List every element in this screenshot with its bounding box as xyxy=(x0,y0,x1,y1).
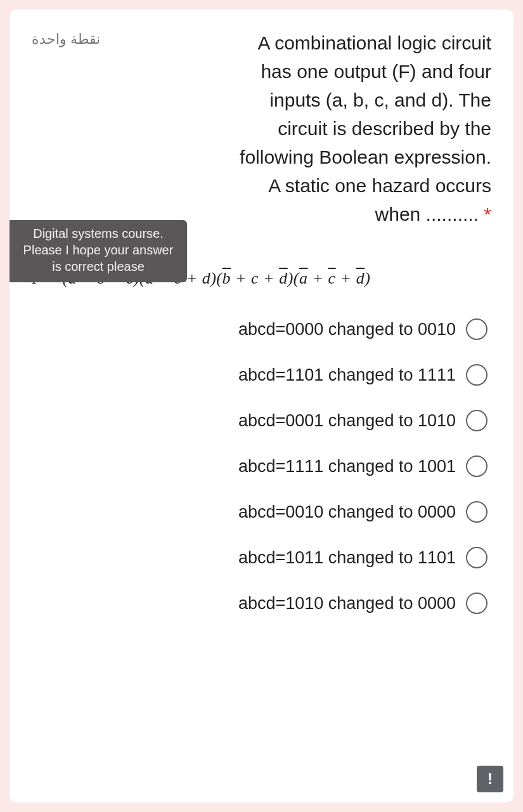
radio-icon[interactable] xyxy=(466,547,487,568)
radio-icon[interactable] xyxy=(466,501,487,523)
option-item[interactable]: abcd=1101 changed to 1111 xyxy=(32,355,491,395)
option-label: abcd=1101 changed to 1111 xyxy=(238,365,456,385)
tooltip-line: Digital systems course. xyxy=(33,226,164,240)
option-label: abcd=1010 changed to 0000 xyxy=(238,594,456,613)
option-item[interactable]: abcd=1010 changed to 0000 xyxy=(32,584,491,623)
option-item[interactable]: abcd=1011 changed to 1101 xyxy=(32,538,491,577)
option-item[interactable]: abcd=0000 changed to 0010 xyxy=(32,310,491,349)
option-label: abcd=0001 changed to 1010 xyxy=(238,411,456,431)
question-header: نقطة واحدة A combinational logic circuit… xyxy=(32,29,491,228)
radio-icon[interactable] xyxy=(466,455,487,477)
option-item[interactable]: abcd=0010 changed to 0000 xyxy=(32,492,491,532)
option-item[interactable]: abcd=1111 changed to 1001 xyxy=(32,447,491,486)
tooltip-note: Digital systems course. Please I hope yo… xyxy=(10,220,187,282)
option-item[interactable]: abcd=0001 changed to 1010 xyxy=(32,401,491,440)
options-list: abcd=0000 changed to 0010 abcd=1101 chan… xyxy=(32,310,491,623)
question-line: following Boolean expression. xyxy=(240,147,491,167)
radio-icon[interactable] xyxy=(466,593,487,614)
points-label: نقطة واحدة xyxy=(32,29,100,48)
question-line-when: when .......... * xyxy=(375,204,491,225)
question-line: circuit is described by the xyxy=(278,118,491,139)
question-text: A combinational logic circuit has one ou… xyxy=(112,29,491,228)
question-card: نقطة واحدة A combinational logic circuit… xyxy=(10,10,513,802)
tooltip-line: is correct please xyxy=(52,259,145,273)
option-label: abcd=0000 changed to 0010 xyxy=(238,320,456,339)
question-line: A combinational logic circuit xyxy=(257,32,491,53)
option-label: abcd=1111 changed to 1001 xyxy=(238,457,456,476)
tooltip-line: Please I hope your answer xyxy=(23,243,174,257)
option-label: abcd=0010 changed to 0000 xyxy=(238,502,456,522)
question-line: inputs (a, b, c, and d). The xyxy=(269,89,491,110)
radio-icon[interactable] xyxy=(466,318,487,340)
required-star: * xyxy=(484,204,491,225)
radio-icon[interactable] xyxy=(466,410,487,431)
alert-icon[interactable]: ! xyxy=(477,766,503,792)
question-line: A static one hazard occurs xyxy=(268,175,491,196)
option-label: abcd=1011 changed to 1101 xyxy=(238,548,456,568)
radio-icon[interactable] xyxy=(466,364,487,386)
question-line: has one output (F) and four xyxy=(261,61,491,82)
